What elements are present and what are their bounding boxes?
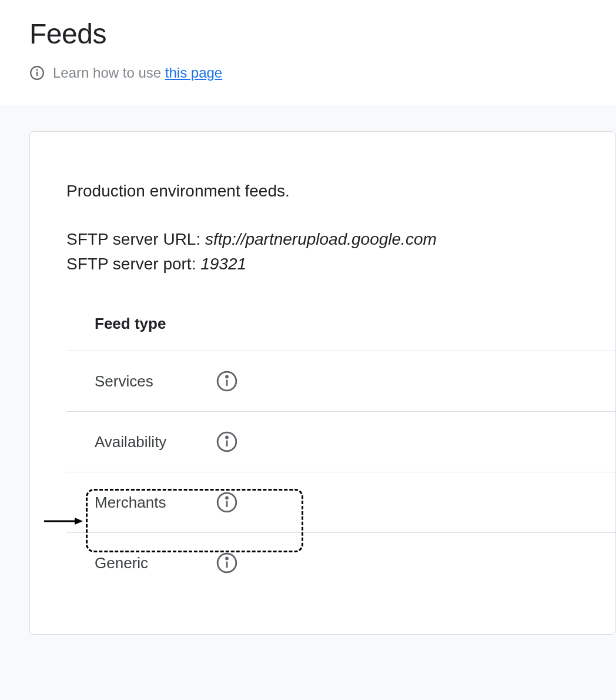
sftp-url-value: sftp://partnerupload.google.com [205, 230, 437, 248]
table-row[interactable]: Availability [66, 411, 615, 472]
annotation-arrow-icon [43, 515, 83, 527]
row-label-services: Services [95, 372, 171, 391]
info-icon[interactable] [216, 370, 238, 392]
row-label-generic: Generic [95, 554, 171, 572]
learn-hint-text: Learn how to use this page [53, 65, 222, 81]
feeds-card: Production environment feeds. SFTP serve… [29, 131, 616, 635]
learn-link[interactable]: this page [165, 65, 222, 81]
learn-prefix: Learn how to use [53, 65, 165, 81]
sftp-port-line: SFTP server port: 19321 [66, 255, 615, 274]
sftp-port-label: SFTP server port: [66, 255, 200, 273]
sftp-url-label: SFTP server URL: [66, 230, 205, 248]
info-icon[interactable] [216, 491, 238, 514]
page-title: Feeds [29, 18, 587, 50]
feed-type-table: Feed type Services Availability [30, 315, 615, 593]
table-row[interactable]: Generic [66, 532, 615, 593]
environment-title: Production environment feeds. [66, 182, 615, 201]
learn-hint-row: Learn how to use this page [29, 65, 587, 81]
table-row[interactable]: Merchants [66, 472, 615, 532]
svg-marker-16 [75, 518, 83, 525]
svg-point-11 [226, 497, 228, 499]
sftp-port-value: 19321 [200, 255, 246, 273]
svg-point-5 [226, 376, 228, 378]
row-label-merchants: Merchants [95, 494, 171, 512]
svg-point-2 [36, 69, 37, 70]
info-icon[interactable] [216, 552, 238, 574]
row-label-availability: Availability [95, 433, 171, 451]
svg-point-8 [226, 436, 228, 438]
info-icon[interactable] [216, 431, 238, 453]
table-header-row: Feed type [66, 315, 615, 351]
table-header-feedtype: Feed type [95, 315, 166, 332]
svg-point-14 [226, 558, 228, 559]
sftp-url-line: SFTP server URL: sftp://partnerupload.go… [66, 230, 615, 249]
table-row[interactable]: Services [66, 351, 615, 411]
info-icon [29, 65, 45, 81]
